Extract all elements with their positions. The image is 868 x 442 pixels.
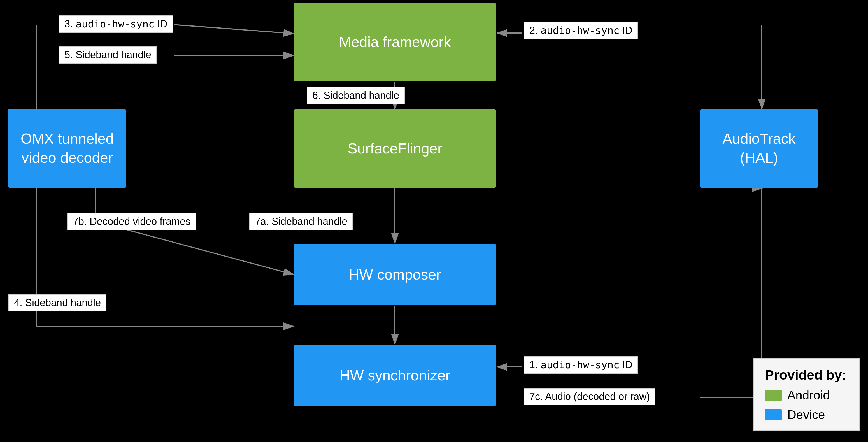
label-1-audio-hw-sync: 1. audio-hw-sync ID [524, 356, 638, 374]
legend-item-device: Device [765, 408, 848, 422]
media-framework-box: Media framework [294, 3, 496, 81]
svg-line-3 [174, 25, 293, 34]
surface-flinger-box: SurfaceFlinger [294, 109, 496, 188]
surface-flinger-label: SurfaceFlinger [348, 140, 442, 157]
legend-color-android [765, 390, 782, 401]
label-7c-audio: 7c. Audio (decoded or raw) [524, 388, 655, 405]
legend-title: Provided by: [765, 367, 848, 383]
label-6-sideband: 6. Sideband handle [307, 87, 405, 104]
media-framework-label: Media framework [339, 34, 451, 51]
svg-line-10 [127, 230, 293, 275]
legend-color-device [765, 409, 782, 420]
audiotrack-box: AudioTrack(HAL) [700, 109, 818, 188]
hw-composer-box: HW composer [294, 244, 496, 305]
label-5-sideband: 5. Sideband handle [59, 46, 157, 64]
label-3-audio-hw-sync: 3. audio-hw-sync ID [59, 15, 173, 33]
legend-item-android: Android [765, 388, 848, 402]
diagram-container: Media framework SurfaceFlinger OMX tunne… [0, 0, 868, 442]
hw-composer-label: HW composer [349, 266, 441, 283]
hw-synchronizer-box: HW synchronizer [294, 345, 496, 406]
audiotrack-label: AudioTrack(HAL) [722, 129, 796, 167]
legend: Provided by: Android Device [753, 358, 860, 431]
label-2-audio-hw-sync: 2. audio-hw-sync ID [524, 22, 638, 39]
legend-label-android: Android [787, 388, 830, 402]
omx-box: OMX tunneledvideo decoder [8, 109, 126, 188]
label-7b-decoded: 7b. Decoded video frames [67, 213, 196, 230]
label-4-sideband: 4. Sideband handle [8, 294, 106, 312]
hw-synchronizer-label: HW synchronizer [339, 367, 451, 384]
label-7a-sideband: 7a. Sideband handle [249, 213, 353, 230]
omx-label: OMX tunneledvideo decoder [21, 129, 114, 167]
legend-label-device: Device [787, 408, 825, 422]
